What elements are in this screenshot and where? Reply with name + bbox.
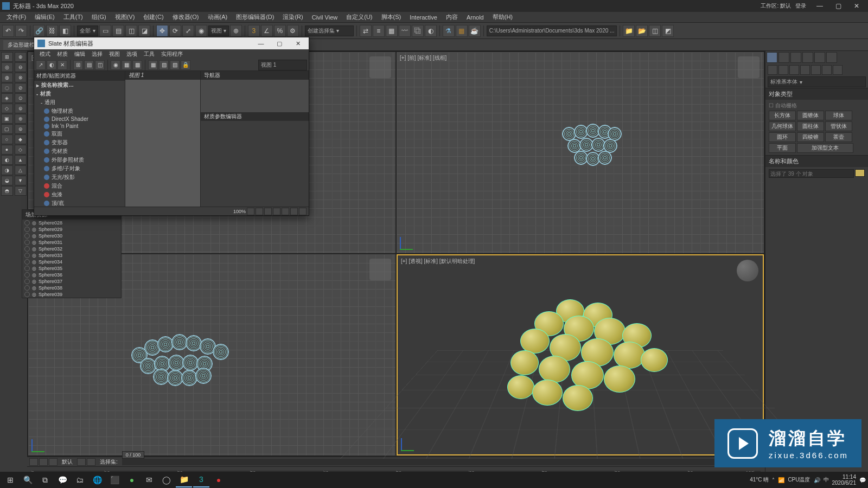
rollout-name-color[interactable]: 名称和颜色: [765, 155, 868, 167]
slate-menu-edit[interactable]: 编辑: [71, 50, 88, 59]
record-icon[interactable]: ●: [210, 472, 227, 487]
frame-indicator[interactable]: 0 / 100: [122, 451, 145, 459]
visibility-icon[interactable]: [24, 272, 30, 278]
type-cone[interactable]: 圆锥体: [797, 111, 824, 120]
tab-display[interactable]: [814, 52, 825, 63]
slate-sb-2[interactable]: [256, 208, 263, 215]
list-item[interactable]: ◎ Sphere038: [22, 285, 121, 291]
tab-create[interactable]: [767, 52, 777, 63]
angle-snap[interactable]: ∠: [261, 25, 273, 37]
wechat-icon[interactable]: ●: [124, 472, 140, 487]
weather-widget[interactable]: 41°C 晴: [750, 476, 769, 484]
sub-geometry-icon[interactable]: [768, 65, 777, 75]
material-editor-button[interactable]: ◐: [425, 25, 437, 37]
type-tube[interactable]: 管状体: [825, 121, 852, 131]
slate-material-editor-window[interactable]: Slate 材质编辑器 — ▢ ✕ 模式 材质 编辑 选择 视图 选项 工具 实…: [34, 37, 309, 216]
rail-btn-a11[interactable]: ◐: [1, 155, 13, 165]
sub-space-icon[interactable]: [822, 65, 832, 75]
rail-btn-a7[interactable]: ▣: [1, 114, 13, 124]
rail-btn-b6[interactable]: ⊚: [15, 104, 27, 113]
slate-browser-tree[interactable]: 材质/贴图浏览器 ▸ 按名称搜索… - 材质 - 通用 物理材质 DirectX…: [34, 71, 125, 207]
viewcube-icon[interactable]: [737, 260, 758, 281]
track-btn-4[interactable]: [77, 458, 86, 466]
rollout-object-type[interactable]: 对象类型: [765, 88, 868, 100]
tree-item[interactable]: 外部参照材质: [34, 156, 125, 164]
tree-materials[interactable]: - 材质: [34, 89, 125, 98]
rail-btn-b11[interactable]: ▲: [15, 155, 27, 165]
slate-sb-6[interactable]: [290, 208, 298, 215]
type-torus[interactable]: 圆环: [769, 132, 796, 142]
slate-sb-1[interactable]: [247, 208, 254, 215]
slate-layout-icon[interactable]: ▤: [84, 60, 94, 70]
visibility-icon[interactable]: [24, 246, 30, 252]
rail-btn-a12[interactable]: ◑: [1, 165, 13, 175]
link-button[interactable]: 🔗: [33, 25, 45, 37]
rail-btn-a13[interactable]: ◒: [1, 176, 13, 185]
viewport-perspective[interactable]: [+] [透视] [标准] [默认明暗处理]: [397, 254, 764, 455]
rail-btn-b1[interactable]: ⊕: [15, 52, 27, 62]
slate-minimize[interactable]: —: [253, 38, 269, 49]
type-box[interactable]: 长方体: [769, 111, 796, 120]
tool-a-button[interactable]: ◫: [649, 25, 661, 37]
schematic-button[interactable]: ⿻: [412, 25, 424, 37]
render-frame-button[interactable]: ▦: [456, 25, 468, 37]
sub-helpers-icon[interactable]: [811, 65, 821, 75]
window-minimize[interactable]: —: [810, 0, 829, 12]
menu-animation[interactable]: 动画(A): [203, 12, 232, 22]
layers-button[interactable]: ▦: [386, 25, 398, 37]
render-button[interactable]: ☕: [469, 25, 481, 37]
clock-date[interactable]: 2020/6/21: [832, 480, 857, 486]
tree-item[interactable]: 多维/子对象: [34, 164, 125, 173]
menu-arnold[interactable]: Arnold: [462, 13, 488, 22]
menu-tools[interactable]: 工具(T): [59, 12, 87, 22]
menu-view[interactable]: 视图(V): [111, 12, 139, 22]
slate-navigator[interactable]: [201, 80, 309, 112]
bind-button[interactable]: ◧: [59, 25, 71, 37]
unlink-button[interactable]: ⛓: [46, 25, 58, 37]
list-item[interactable]: ◎ Sphere037: [22, 278, 121, 285]
viewport-persp-label[interactable]: [+] [透视] [标准] [默认明暗处理]: [401, 258, 475, 265]
rail-btn-b9[interactable]: ◆: [15, 134, 27, 144]
refcoord-combo[interactable]: 视图 ▾: [208, 25, 229, 36]
tab-modify[interactable]: [778, 52, 789, 63]
sub-systems-icon[interactable]: [833, 65, 843, 75]
visibility-icon[interactable]: [24, 240, 30, 245]
render-setup-button[interactable]: ⚗: [443, 25, 455, 37]
project-path[interactable]: C:\Users\Administrator\Documents\3ds Max…: [487, 25, 617, 36]
named-selection-combo[interactable]: 创建选择集 ▾: [305, 25, 354, 36]
menu-interactive[interactable]: Interactive: [405, 13, 442, 22]
visibility-icon[interactable]: [24, 279, 30, 284]
slate-menu-mode[interactable]: 模式: [36, 50, 54, 59]
undo-button[interactable]: ↶: [2, 25, 14, 37]
redo-button[interactable]: ↷: [15, 25, 27, 37]
snap-toggle[interactable]: 3: [248, 25, 260, 37]
tree-item[interactable]: 无光/投影: [34, 173, 125, 182]
search-icon[interactable]: 🔍: [20, 472, 36, 487]
login-link[interactable]: 登录: [795, 2, 806, 10]
tree-item[interactable]: 壳材质: [34, 147, 125, 156]
taskview-icon[interactable]: ⧉: [37, 472, 53, 487]
start-button[interactable]: ⊞: [2, 472, 18, 487]
tab-utilities[interactable]: [826, 52, 837, 63]
rail-btn-a4[interactable]: ◌: [1, 83, 13, 93]
menu-modifiers[interactable]: 修改器(O): [168, 12, 203, 22]
browser-b-icon[interactable]: ⬛: [106, 472, 123, 487]
rail-btn-b8[interactable]: ⊜: [15, 124, 27, 134]
visibility-icon[interactable]: [24, 285, 30, 291]
slate-delete-icon[interactable]: ✕: [58, 60, 67, 70]
set-folder-button[interactable]: 📂: [636, 25, 648, 37]
type-cylinder[interactable]: 圆柱体: [797, 121, 824, 131]
rail-btn-a8[interactable]: ▢: [1, 124, 13, 134]
slate-show-icon[interactable]: ◫: [95, 60, 105, 70]
tray-ime-icon[interactable]: 中: [824, 476, 829, 484]
rail-btn-b14[interactable]: ▽: [15, 186, 27, 196]
browser-a-icon[interactable]: 🌐: [89, 472, 105, 487]
visibility-icon[interactable]: [24, 227, 30, 232]
rail-btn-b12[interactable]: △: [15, 165, 27, 175]
tree-item[interactable]: 双面: [34, 130, 125, 138]
explorer-icon[interactable]: 🗂: [72, 472, 88, 487]
list-item[interactable]: ◎ Sphere028: [22, 220, 121, 226]
select-object-button[interactable]: ▭: [99, 25, 111, 37]
slate-graph-tab[interactable]: 视图 1: [125, 71, 200, 80]
sub-cameras-icon[interactable]: [800, 65, 810, 75]
